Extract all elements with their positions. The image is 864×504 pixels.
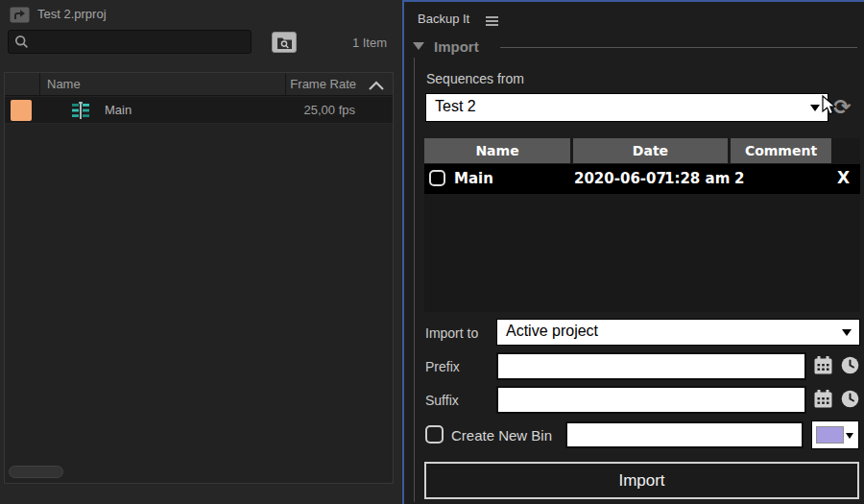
chevron-down-icon <box>842 329 852 336</box>
sequences-from-label: Sequences from <box>426 71 524 86</box>
chevron-down-icon <box>810 105 820 111</box>
table-row[interactable]: Main 25,00 fps <box>5 97 393 124</box>
calendar-icon[interactable] <box>814 356 832 374</box>
backup-it-panel: Backup It Import Sequences from Test 2 ⟳… <box>402 0 864 504</box>
horizontal-scrollbar-thumb[interactable] <box>9 466 63 478</box>
project-title: Test 2.prproj <box>37 7 107 21</box>
search-input[interactable] <box>34 33 245 51</box>
prefix-label: Prefix <box>425 359 460 374</box>
column-header-frame-rate[interactable]: Frame Rate <box>290 77 356 91</box>
table-header-name[interactable]: Name <box>424 138 570 163</box>
table-header-date[interactable]: Date <box>573 138 728 163</box>
project-panel: Test 2.prproj 1 Item Name Frame Rate <box>0 0 402 504</box>
item-name[interactable]: Main <box>105 103 132 117</box>
row-name: Main <box>454 170 493 187</box>
project-item-list: Name Frame Rate Main 25,00 fps <box>4 72 394 484</box>
create-new-bin-checkbox[interactable] <box>425 425 444 444</box>
find-button[interactable] <box>272 32 297 53</box>
row-comment: 2 <box>734 170 744 187</box>
search-icon <box>13 34 31 51</box>
panel-tab-title[interactable]: Backup It <box>418 12 469 26</box>
table-row[interactable]: Main 2020-06-07 1:28 am 2 X <box>424 164 860 194</box>
selected-project: Test 2 <box>435 98 476 115</box>
mouse-cursor <box>822 95 836 115</box>
collapse-triangle-icon[interactable] <box>413 42 424 50</box>
list-header[interactable]: Name Frame Rate <box>5 73 393 96</box>
sequence-table: Name Date Comment Main 2020-06-07 1:28 a… <box>424 138 860 312</box>
row-checkbox[interactable] <box>429 170 445 186</box>
bin-color-swatch <box>816 426 844 444</box>
label-color-swatch[interactable] <box>11 100 32 121</box>
import-to-select[interactable]: Active project <box>496 319 860 346</box>
group-border <box>414 58 415 502</box>
import-button[interactable]: Import <box>424 462 859 499</box>
sequences-from-select[interactable]: Test 2 <box>425 93 828 122</box>
section-title-import[interactable]: Import <box>434 38 479 55</box>
panel-menu-icon[interactable] <box>486 16 498 26</box>
find-folder-icon <box>276 36 293 50</box>
sort-ascending-icon[interactable] <box>368 80 385 90</box>
row-date: 2020-06-07 <box>574 170 666 187</box>
prefix-field-wrap <box>496 352 806 380</box>
column-divider[interactable] <box>285 73 286 96</box>
suffix-input[interactable] <box>502 389 783 408</box>
item-frame-rate: 25,00 fps <box>304 103 356 117</box>
selected-target: Active project <box>506 323 598 340</box>
suffix-field-wrap <box>496 386 806 414</box>
clock-icon[interactable] <box>841 356 859 374</box>
calendar-icon[interactable] <box>814 390 832 408</box>
create-new-bin-label: Create New Bin <box>451 427 552 444</box>
import-to-label: Import to <box>425 325 478 341</box>
row-time: 1:28 am <box>664 170 730 187</box>
clock-icon[interactable] <box>841 390 859 408</box>
project-up-icon[interactable] <box>10 6 30 23</box>
suffix-label: Suffix <box>425 393 459 408</box>
column-divider[interactable] <box>39 73 40 96</box>
prefix-input[interactable] <box>502 355 783 374</box>
bin-name-field-wrap <box>565 421 804 448</box>
bin-name-input[interactable] <box>571 424 786 444</box>
table-header-comment[interactable]: Comment <box>731 138 831 163</box>
column-header-name[interactable]: Name <box>47 77 81 91</box>
chevron-down-icon <box>846 433 853 439</box>
search-box[interactable] <box>8 30 252 54</box>
bin-color-picker[interactable] <box>811 420 859 449</box>
item-count: 1 Item <box>352 36 387 50</box>
sequence-icon <box>72 102 89 119</box>
section-divider <box>500 47 857 48</box>
delete-row-button[interactable]: X <box>837 168 850 187</box>
